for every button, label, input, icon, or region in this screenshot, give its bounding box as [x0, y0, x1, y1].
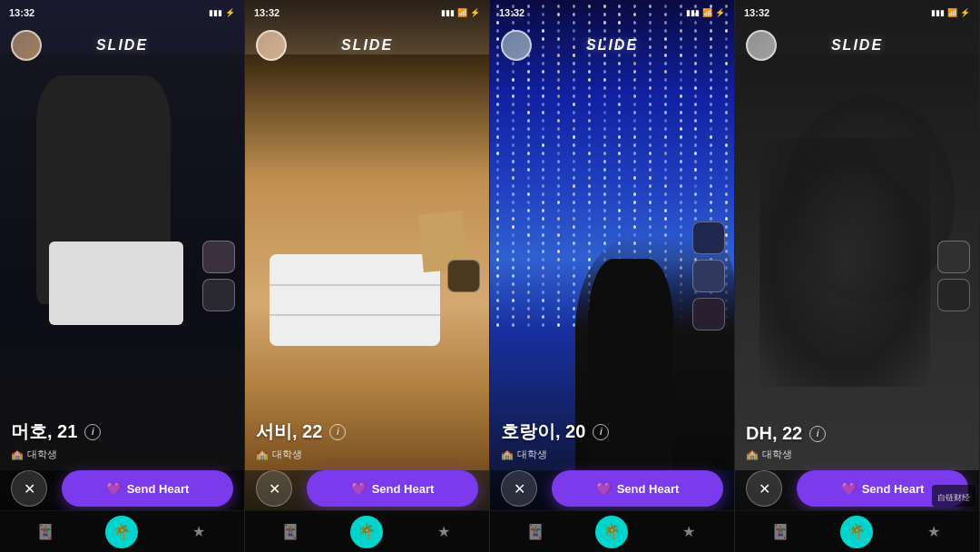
school-icon-3: 🏫	[501, 448, 514, 460]
user-detail-3: 🏫 대학생	[501, 448, 723, 461]
star-icon-1: ★	[192, 523, 205, 540]
watermark-text-4: 自链财经	[937, 493, 970, 502]
status-icons-1: ▮▮▮ ⚡	[209, 8, 235, 17]
nav-star-4[interactable]: ★	[917, 516, 950, 548]
user-info-4: DH, 22 i 🏫 대학생	[746, 423, 968, 461]
heart-icon-2: 💜	[351, 481, 367, 496]
battery-icon-4: ⚡	[960, 8, 970, 17]
bottom-nav-1: 🃏 🌴 ★	[0, 510, 244, 552]
info-icon-2[interactable]: i	[329, 424, 346, 440]
wifi-icon-1: ⚡	[225, 8, 235, 17]
top-bar-4: SLIDE	[735, 25, 979, 65]
wifi-icon-3: 📶	[702, 8, 712, 17]
thumb-3a[interactable]	[692, 222, 725, 254]
status-time-1: 13:32	[9, 7, 34, 18]
signal-icon-1: ▮▮▮	[209, 8, 222, 17]
action-row-2: ✕ 💜 Send Heart	[245, 470, 489, 507]
school-icon-1: 🏫	[11, 448, 24, 460]
nav-star-2[interactable]: ★	[427, 516, 460, 548]
phone-panel-1: 13:32 ▮▮▮ ⚡ SLIDE 머호, 21 i 🏫 대학생 ✕ 💜 Sen…	[0, 0, 245, 552]
phone-panel-2: 13:32 ▮▮▮ 📶 ⚡ SLIDE 서비, 22 i 🏫 대학생 ✕ 💜 S…	[245, 0, 490, 552]
send-heart-button-1[interactable]: 💜 Send Heart	[62, 470, 233, 507]
wifi-icon-2: 📶	[457, 8, 467, 17]
avatar-2[interactable]	[256, 30, 287, 61]
user-detail-4: 🏫 대학생	[746, 448, 968, 461]
school-icon-2: 🏫	[256, 448, 269, 460]
signal-icon-3: ▮▮▮	[686, 8, 700, 17]
dismiss-button-3[interactable]: ✕	[501, 470, 537, 507]
info-icon-4[interactable]: i	[809, 426, 826, 442]
signal-icon-2: ▮▮▮	[441, 8, 455, 17]
status-icons-2: ▮▮▮ 📶 ⚡	[441, 8, 480, 17]
star-icon-3: ★	[682, 523, 695, 540]
logo-2: SLIDE	[341, 37, 393, 54]
nav-palm-3[interactable]: 🌴	[595, 516, 628, 548]
avatar-1[interactable]	[11, 30, 42, 61]
thumb-2a[interactable]	[447, 260, 480, 292]
thumb-4a[interactable]	[937, 241, 970, 273]
heart-icon-4: 💜	[841, 481, 857, 496]
thumb-4b[interactable]	[937, 279, 970, 311]
phone-panel-4: 13:32 ▮▮▮ 📶 ⚡ SLIDE DH, 22 i 🏫 대학생 ✕ 💜 S…	[735, 0, 980, 552]
side-thumbs-2	[447, 260, 480, 292]
battery-icon-3: ⚡	[715, 8, 725, 17]
logo-4: SLIDE	[831, 37, 883, 54]
nav-card-2[interactable]: 🃏	[274, 516, 307, 548]
nav-palm-4[interactable]: 🌴	[840, 516, 873, 548]
side-thumbs-1	[202, 241, 235, 311]
user-name-2: 서비, 22 i	[256, 419, 478, 444]
top-bar-3: SLIDE	[490, 25, 734, 65]
nav-card-3[interactable]: 🃏	[519, 516, 552, 548]
user-info-2: 서비, 22 i 🏫 대학생	[256, 419, 478, 461]
palm-icon-4: 🌴	[848, 523, 866, 540]
palm-icon-1: 🌴	[113, 523, 131, 540]
status-icons-3: ▮▮▮ 📶 ⚡	[686, 8, 725, 17]
nav-star-3[interactable]: ★	[672, 516, 705, 548]
card-icon-2: 🃏	[281, 523, 299, 540]
card-icon-4: 🃏	[771, 523, 789, 540]
user-detail-2: 🏫 대학생	[256, 448, 478, 461]
nav-palm-2[interactable]: 🌴	[350, 516, 383, 548]
card-icon-3: 🃏	[526, 523, 544, 540]
send-heart-button-2[interactable]: 💜 Send Heart	[307, 470, 478, 507]
bottom-nav-4: 🃏 🌴 ★	[735, 510, 979, 552]
nav-card-4[interactable]: 🃏	[764, 516, 797, 548]
battery-icon-2: ⚡	[470, 8, 480, 17]
send-heart-button-3[interactable]: 💜 Send Heart	[552, 470, 723, 507]
palm-icon-2: 🌴	[358, 523, 376, 540]
heart-icon-3: 💜	[596, 481, 612, 496]
status-bar-1: 13:32 ▮▮▮ ⚡	[0, 0, 244, 25]
wifi-icon-4: 📶	[947, 8, 957, 17]
user-name-1: 머호, 21 i	[11, 419, 233, 444]
status-bar-2: 13:32 ▮▮▮ 📶 ⚡	[245, 0, 489, 25]
palm-icon-3: 🌴	[603, 523, 621, 540]
dismiss-button-2[interactable]: ✕	[256, 470, 292, 507]
thumb-3c[interactable]	[692, 298, 725, 330]
dismiss-button-4[interactable]: ✕	[746, 470, 782, 507]
card-icon-1: 🃏	[36, 523, 54, 540]
top-bar-2: SLIDE	[245, 25, 489, 65]
watermark-4: 自链财经	[932, 485, 975, 507]
heart-icon-1: 💜	[106, 481, 122, 496]
side-thumbs-3	[692, 222, 725, 330]
nav-palm-1[interactable]: 🌴	[105, 516, 138, 548]
nav-star-1[interactable]: ★	[182, 516, 215, 548]
user-name-3: 호랑이, 20 i	[501, 419, 723, 444]
status-time-4: 13:32	[744, 7, 769, 18]
status-bar-4: 13:32 ▮▮▮ 📶 ⚡	[735, 0, 979, 25]
avatar-4[interactable]	[746, 30, 777, 61]
avatar-3[interactable]	[501, 30, 532, 61]
logo-1: SLIDE	[96, 37, 148, 54]
bottom-nav-2: 🃏 🌴 ★	[245, 510, 489, 552]
user-info-3: 호랑이, 20 i 🏫 대학생	[501, 419, 723, 461]
star-icon-4: ★	[927, 523, 940, 540]
action-row-3: ✕ 💜 Send Heart	[490, 470, 734, 507]
info-icon-1[interactable]: i	[84, 424, 101, 440]
action-row-1: ✕ 💜 Send Heart	[0, 470, 244, 507]
thumb-3b[interactable]	[692, 260, 725, 292]
nav-card-1[interactable]: 🃏	[29, 516, 62, 548]
dismiss-button-1[interactable]: ✕	[11, 470, 47, 507]
thumb-1a[interactable]	[202, 241, 235, 273]
thumb-1b[interactable]	[202, 279, 235, 311]
info-icon-3[interactable]: i	[593, 424, 609, 440]
